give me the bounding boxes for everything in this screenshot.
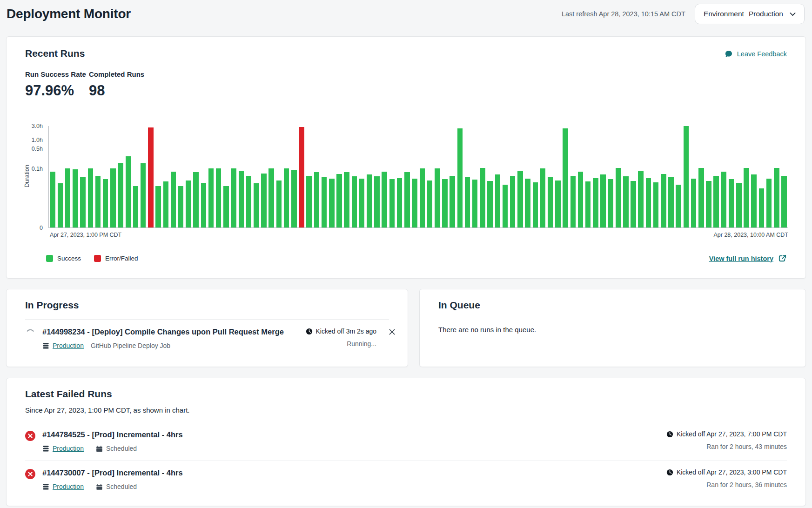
chart-bar-success[interactable] bbox=[435, 168, 440, 227]
chart-bar-success[interactable] bbox=[781, 176, 787, 227]
chart-bar-success[interactable] bbox=[503, 185, 508, 227]
chart-bar-success[interactable] bbox=[729, 179, 734, 227]
chart-bar-success[interactable] bbox=[457, 128, 463, 227]
chart-bar-success[interactable] bbox=[713, 176, 719, 227]
chart-bar-success[interactable] bbox=[374, 176, 380, 227]
chart-bar-success[interactable] bbox=[382, 172, 387, 227]
chart-bar-success[interactable] bbox=[450, 176, 455, 227]
chart-bar-success[interactable] bbox=[231, 168, 236, 227]
chart-bar-success[interactable] bbox=[344, 172, 349, 227]
chart-bar-success[interactable] bbox=[208, 168, 214, 227]
chart-bar-success[interactable] bbox=[254, 183, 259, 227]
chart-bar-failed[interactable] bbox=[299, 127, 304, 227]
chart-bar-success[interactable] bbox=[171, 172, 176, 227]
chart-bar-success[interactable] bbox=[155, 186, 161, 227]
chart-bar-success[interactable] bbox=[593, 178, 598, 227]
chart-bar-success[interactable] bbox=[616, 168, 621, 227]
environment-link[interactable]: Production bbox=[53, 445, 84, 452]
chart-bar-success[interactable] bbox=[110, 168, 116, 227]
chart-bar-success[interactable] bbox=[548, 177, 553, 227]
chart-bar-success[interactable] bbox=[585, 181, 591, 227]
chart-bar-success[interactable] bbox=[684, 126, 689, 227]
chart-bar-success[interactable] bbox=[178, 186, 184, 227]
chart-bar-success[interactable] bbox=[623, 176, 629, 227]
chart-bar-success[interactable] bbox=[766, 179, 772, 227]
chart-bar-success[interactable] bbox=[322, 177, 327, 227]
chart-bar-success[interactable] bbox=[367, 174, 372, 227]
chart-bar-success[interactable] bbox=[50, 172, 56, 227]
chart-bar-success[interactable] bbox=[133, 186, 139, 227]
chart-bar-success[interactable] bbox=[284, 168, 289, 227]
chart-bar-success[interactable] bbox=[118, 163, 123, 227]
chart-bar-success[interactable] bbox=[427, 180, 433, 227]
chart-bar-success[interactable] bbox=[563, 128, 568, 227]
environment-link[interactable]: Production bbox=[53, 483, 84, 490]
chart-bar-success[interactable] bbox=[420, 168, 425, 227]
chart-bar-success[interactable] bbox=[638, 171, 644, 227]
chart-bar-success[interactable] bbox=[744, 168, 749, 227]
chart-bar-success[interactable] bbox=[404, 172, 410, 227]
chart-bar-success[interactable] bbox=[555, 180, 561, 227]
chart-bar-success[interactable] bbox=[751, 174, 757, 227]
environment-selector[interactable]: Environment Production bbox=[695, 4, 805, 24]
chart-bar-success[interactable] bbox=[480, 168, 485, 227]
chart-bar-success[interactable] bbox=[306, 176, 312, 227]
chart-bar-success[interactable] bbox=[336, 174, 342, 227]
chart-bar-success[interactable] bbox=[352, 176, 357, 227]
chart-bar-success[interactable] bbox=[540, 168, 546, 227]
chart-bar-success[interactable] bbox=[141, 163, 146, 227]
chart-bar-success[interactable] bbox=[193, 172, 199, 227]
chart-bar-success[interactable] bbox=[314, 172, 320, 227]
chart-bar-success[interactable] bbox=[95, 176, 101, 227]
chart-bar-success[interactable] bbox=[103, 179, 108, 227]
chart-bar-success[interactable] bbox=[65, 168, 71, 227]
chart-bar-success[interactable] bbox=[736, 183, 742, 227]
chart-bar-success[interactable] bbox=[329, 179, 335, 227]
environment-link[interactable]: Production bbox=[53, 342, 84, 349]
view-full-run-history-link[interactable]: View full run history bbox=[709, 254, 787, 263]
chart-bar-success[interactable] bbox=[88, 168, 94, 227]
chart-bar-success[interactable] bbox=[291, 170, 297, 227]
chart-bar-success[interactable] bbox=[646, 178, 651, 227]
chart-bar-success[interactable] bbox=[216, 168, 221, 227]
chart-bar-success[interactable] bbox=[533, 182, 538, 227]
chart-bar-success[interactable] bbox=[163, 181, 169, 227]
chart-bar-success[interactable] bbox=[442, 179, 448, 227]
chart-bar-success[interactable] bbox=[495, 174, 501, 227]
chart-bar-success[interactable] bbox=[774, 168, 779, 227]
chart-bar-success[interactable] bbox=[276, 180, 282, 227]
chart-bar-success[interactable] bbox=[186, 180, 191, 227]
chart-bar-success[interactable] bbox=[80, 177, 86, 227]
chart-bar-success[interactable] bbox=[201, 183, 207, 227]
chart-bar-success[interactable] bbox=[600, 174, 606, 227]
chart-bar-success[interactable] bbox=[397, 178, 403, 227]
chart-bar-success[interactable] bbox=[698, 168, 704, 227]
chart-bar-success[interactable] bbox=[570, 176, 576, 227]
chart-bar-success[interactable] bbox=[126, 156, 131, 227]
chart-bar-success[interactable] bbox=[631, 181, 636, 227]
chart-bar-success[interactable] bbox=[268, 168, 274, 227]
chart-bar-failed[interactable] bbox=[148, 127, 154, 227]
chart-bar-success[interactable] bbox=[239, 171, 244, 227]
chart-bar-success[interactable] bbox=[223, 186, 229, 227]
chart-bar-success[interactable] bbox=[608, 179, 614, 227]
chart-bar-success[interactable] bbox=[721, 172, 727, 227]
chart-bar-success[interactable] bbox=[465, 177, 470, 227]
chart-bar-success[interactable] bbox=[661, 174, 666, 227]
chart-bar-success[interactable] bbox=[359, 179, 365, 227]
close-icon[interactable] bbox=[389, 328, 396, 335]
chart-bar-success[interactable] bbox=[676, 185, 681, 227]
chart-bar-success[interactable] bbox=[487, 181, 493, 227]
chart-bar-success[interactable] bbox=[706, 181, 711, 227]
chart-bar-success[interactable] bbox=[691, 179, 697, 227]
leave-feedback-link[interactable]: Leave Feedback bbox=[725, 50, 787, 58]
chart-bar-success[interactable] bbox=[517, 171, 523, 227]
chart-bar-success[interactable] bbox=[759, 188, 765, 227]
chart-bar-success[interactable] bbox=[653, 182, 659, 227]
chart-bar-success[interactable] bbox=[472, 180, 478, 227]
chart-bar-success[interactable] bbox=[578, 172, 584, 227]
chart-bar-success[interactable] bbox=[525, 179, 530, 227]
chart-bar-success[interactable] bbox=[261, 174, 267, 227]
chart-bar-success[interactable] bbox=[58, 183, 63, 227]
chart-bar-success[interactable] bbox=[668, 177, 674, 227]
